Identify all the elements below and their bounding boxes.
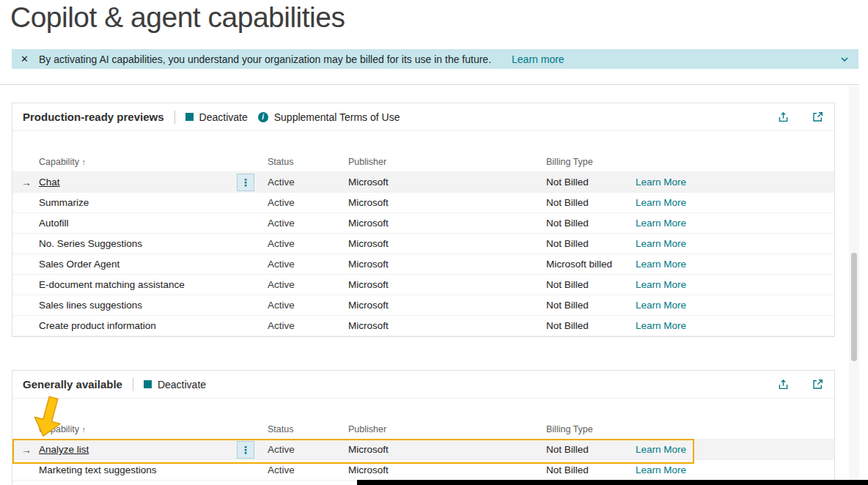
table-row[interactable]: → Chat ⋮ Active Microsoft Not Billed Lea… bbox=[12, 172, 834, 193]
billing-cell: Not Billed bbox=[546, 218, 636, 229]
learn-more-link[interactable]: Learn More bbox=[636, 320, 686, 331]
open-in-new-button[interactable] bbox=[812, 378, 824, 390]
billing-cell: Not Billed bbox=[546, 177, 636, 188]
table-row[interactable]: → E-document matching assistance ⋮ Activ… bbox=[12, 275, 834, 295]
publisher-cell: Microsoft bbox=[348, 259, 546, 270]
publisher-cell: Microsoft bbox=[348, 279, 546, 290]
learn-more-cell: Learn More bbox=[636, 464, 834, 475]
capability-link[interactable]: Chat bbox=[39, 177, 60, 188]
table-row[interactable]: → No. Series Suggestions ⋮ Active Micros… bbox=[12, 234, 834, 254]
learn-more-link[interactable]: Learn More bbox=[636, 279, 686, 290]
capabilities-table: Capability ↑ Status Publisher Billing Ty… bbox=[12, 131, 834, 336]
learn-more-cell: Learn More bbox=[636, 300, 834, 311]
open-in-new-icon bbox=[812, 111, 824, 123]
learn-more-cell: Learn More bbox=[636, 238, 834, 249]
capability-link[interactable]: Sales lines suggestions bbox=[39, 300, 142, 311]
row-indicator-cell: → bbox=[12, 259, 39, 270]
billing-cell: Not Billed bbox=[546, 444, 636, 455]
table-row[interactable]: → Sales lines suggestions ⋮ Active Micro… bbox=[12, 295, 834, 316]
status-cell: Active bbox=[268, 238, 348, 249]
capability-link[interactable]: Summarize bbox=[39, 197, 89, 208]
capability-link[interactable]: Marketing text suggestions bbox=[39, 464, 157, 475]
row-indicator-cell: → bbox=[12, 279, 39, 291]
deactivate-button[interactable]: Deactivate bbox=[144, 379, 206, 390]
vertical-scrollbar[interactable] bbox=[849, 86, 859, 485]
learn-more-link[interactable]: Learn More bbox=[636, 300, 686, 311]
banner-text: By activating AI capabilities, you under… bbox=[39, 53, 491, 65]
row-menu-cell: ⋮ bbox=[237, 317, 268, 335]
chevron-down-icon[interactable] bbox=[839, 54, 850, 64]
section-header: Generally available Deactivate bbox=[12, 371, 834, 399]
publisher-cell: Microsoft bbox=[348, 444, 546, 455]
table-row[interactable]: → Analyze list ⋮ Active Microsoft Not Bi… bbox=[12, 440, 834, 460]
learn-more-link[interactable]: Learn More bbox=[636, 464, 686, 475]
open-in-new-icon bbox=[812, 378, 824, 390]
deactivate-label: Deactivate bbox=[199, 111, 248, 123]
capability-link[interactable]: Analyze list bbox=[39, 444, 89, 455]
learn-more-link[interactable]: Learn More bbox=[636, 238, 686, 249]
row-menu-cell: ⋮ bbox=[237, 194, 268, 212]
learn-more-link[interactable]: Learn More bbox=[636, 197, 686, 208]
row-menu-cell: ⋮ bbox=[237, 276, 268, 294]
row-menu-button[interactable]: ⋮ bbox=[237, 174, 254, 191]
table-row[interactable]: → Autofill ⋮ Active Microsoft Not Billed… bbox=[12, 213, 834, 234]
banner-learn-more-link[interactable]: Learn more bbox=[512, 53, 564, 65]
row-menu-cell: ⋮ bbox=[237, 441, 268, 459]
share-button[interactable] bbox=[777, 378, 790, 390]
table-row[interactable]: → Summarize ⋮ Active Microsoft Not Bille… bbox=[12, 193, 834, 213]
column-capability[interactable]: Capability ↑ bbox=[39, 157, 237, 167]
column-capability[interactable]: Capability ↑ bbox=[39, 424, 237, 434]
column-publisher[interactable]: Publisher bbox=[348, 157, 546, 167]
bottom-black-bar bbox=[357, 480, 868, 485]
capability-link[interactable]: Create product information bbox=[39, 320, 156, 331]
learn-more-cell: Learn More bbox=[636, 259, 834, 270]
share-icon bbox=[777, 378, 790, 390]
notification-banner: ✕ By activating AI capabilities, you und… bbox=[12, 49, 858, 69]
learn-more-link[interactable]: Learn More bbox=[636, 218, 686, 229]
capability-link[interactable]: Autofill bbox=[39, 218, 69, 229]
learn-more-cell: Learn More bbox=[636, 444, 834, 455]
table-row[interactable]: → Create product information ⋮ Active Mi… bbox=[12, 316, 834, 336]
capability-link[interactable]: E-document matching assistance bbox=[39, 279, 185, 290]
close-icon[interactable]: ✕ bbox=[21, 53, 29, 64]
column-publisher[interactable]: Publisher bbox=[348, 424, 546, 434]
supplemental-terms-button[interactable]: i Supplemental Terms of Use bbox=[258, 111, 400, 123]
publisher-cell: Microsoft bbox=[348, 238, 546, 249]
open-in-new-button[interactable] bbox=[812, 111, 824, 123]
publisher-cell: Microsoft bbox=[348, 464, 546, 475]
deactivate-icon bbox=[185, 113, 194, 121]
column-billing-type[interactable]: Billing Type bbox=[546, 424, 636, 434]
publisher-cell: Microsoft bbox=[348, 320, 546, 331]
capability-cell: Sales lines suggestions bbox=[39, 300, 237, 311]
scrollbar-thumb[interactable] bbox=[851, 253, 857, 361]
learn-more-link[interactable]: Learn More bbox=[636, 259, 686, 270]
status-cell: Active bbox=[268, 279, 348, 290]
row-indicator-cell: → bbox=[12, 238, 39, 250]
status-cell: Active bbox=[268, 197, 348, 208]
learn-more-link[interactable]: Learn More bbox=[636, 177, 686, 188]
table-row[interactable]: → Sales Order Agent ⋮ Active Microsoft M… bbox=[12, 254, 834, 275]
divider bbox=[174, 111, 175, 124]
capability-link[interactable]: Sales Order Agent bbox=[39, 259, 119, 270]
row-menu-button[interactable]: ⋮ bbox=[237, 441, 254, 459]
share-icon bbox=[777, 111, 790, 123]
capability-cell: E-document matching assistance bbox=[39, 279, 237, 290]
capability-cell: No. Series Suggestions bbox=[39, 238, 237, 249]
column-status[interactable]: Status bbox=[268, 157, 348, 167]
learn-more-cell: Learn More bbox=[636, 279, 834, 290]
column-status[interactable]: Status bbox=[268, 424, 348, 434]
status-cell: Active bbox=[268, 259, 348, 270]
section-production-ready-previews: Production-ready previews Deactivate i S… bbox=[12, 103, 835, 337]
deactivate-button[interactable]: Deactivate bbox=[185, 111, 248, 123]
section-generally-available: Generally available Deactivate Capabilit… bbox=[12, 370, 835, 485]
table-body: → Analyze list ⋮ Active Microsoft Not Bi… bbox=[12, 440, 834, 481]
capability-link[interactable]: No. Series Suggestions bbox=[39, 238, 142, 249]
sort-ascending-icon: ↑ bbox=[81, 425, 86, 434]
column-billing-type[interactable]: Billing Type bbox=[546, 157, 636, 167]
table-row[interactable]: → Marketing text suggestions ⋮ Active Mi… bbox=[12, 460, 834, 481]
row-indicator-cell: → bbox=[12, 197, 39, 209]
billing-cell: Not Billed bbox=[546, 238, 636, 249]
learn-more-link[interactable]: Learn More bbox=[636, 444, 686, 455]
learn-more-cell: Learn More bbox=[636, 218, 834, 229]
share-button[interactable] bbox=[777, 111, 790, 123]
